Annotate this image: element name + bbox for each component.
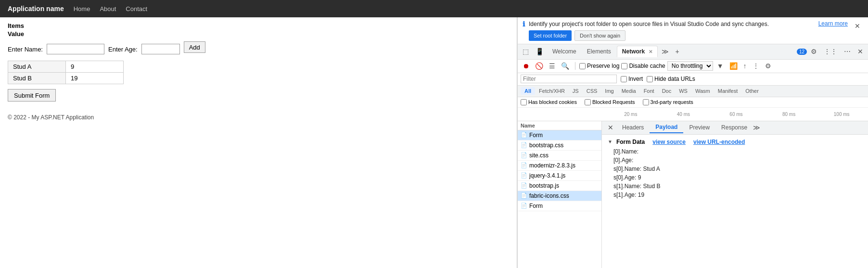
more-toolbar-icon[interactable]: ⋮ xyxy=(751,61,761,71)
error-badge: 12 xyxy=(797,49,807,55)
close-devtools-icon[interactable]: ✕ xyxy=(855,46,866,57)
payload-row: s[1].Name: Stud B xyxy=(608,183,862,190)
view-url-encoded-link[interactable]: view URL-encoded xyxy=(693,139,745,145)
disable-cache-checkbox[interactable] xyxy=(621,63,627,69)
nav-about[interactable]: About xyxy=(100,5,116,13)
network-items-container: 📄Form📄bootstrap.css📄site.css📄modernizr-2… xyxy=(518,130,601,211)
type-filter-other[interactable]: Other xyxy=(741,87,763,95)
devtools-tabs: ⬚ 📱 Welcome Elements Network ✕ ≫ + 12 ⚙ … xyxy=(518,44,868,60)
add-tab-icon[interactable]: + xyxy=(673,46,682,57)
tick-40ms: 40 ms xyxy=(657,112,710,117)
type-filter-ws[interactable]: WS xyxy=(675,87,691,95)
tab-network[interactable]: Network ✕ xyxy=(617,46,658,57)
payload-more-tabs[interactable]: ≫ xyxy=(753,124,760,131)
value-header: Value xyxy=(8,30,509,38)
disable-cache-checkbox-label: Disable cache xyxy=(621,63,665,69)
payload-rows: [0].Name: [0].Age: s[0].Name: Stud As[0]… xyxy=(608,148,862,198)
devtools-panel: ℹ Identify your project's root folder to… xyxy=(517,17,868,268)
type-filter-css[interactable]: CSS xyxy=(583,87,601,95)
page-footer: © 2022 - My ASP.NET Application xyxy=(8,114,509,121)
blocked-requests-label: Blocked Requests xyxy=(585,99,635,105)
type-filter-font[interactable]: Font xyxy=(640,87,658,95)
payload-panel: ✕ Headers Payload Preview Response ≫ ▼ F… xyxy=(602,121,868,268)
record-icon[interactable]: ⏺ xyxy=(521,61,531,71)
table-row: Stud A9 xyxy=(8,61,124,73)
banner-close-button[interactable]: ✕ xyxy=(852,20,863,32)
tick-100ms: 100 ms xyxy=(815,112,868,117)
payload-row: [0].Age: xyxy=(608,157,862,164)
file-icon: 📄 xyxy=(521,142,527,148)
search-icon[interactable]: 🔍 xyxy=(559,61,571,71)
settings-icon[interactable]: ⚙ xyxy=(808,46,820,57)
device-icon[interactable]: 📱 xyxy=(533,46,547,57)
hide-data-urls-checkbox[interactable] xyxy=(647,76,653,82)
tick-60ms: 60 ms xyxy=(710,112,763,117)
devtools-type-filter: All Fetch/XHR JS CSS Img Media Font Doc … xyxy=(518,86,868,97)
type-filter-img[interactable]: Img xyxy=(601,87,617,95)
invert-checkbox[interactable] xyxy=(621,76,627,82)
dont-show-again-button[interactable]: Don't show again xyxy=(574,30,625,41)
age-input[interactable] xyxy=(141,44,180,54)
type-filter-all[interactable]: All xyxy=(521,87,535,95)
set-root-folder-button[interactable]: Set root folder xyxy=(529,30,572,41)
network-list-item[interactable]: 📄site.css xyxy=(518,151,601,161)
response-tab[interactable]: Response xyxy=(715,122,753,133)
more-options-icon[interactable]: ⋯ xyxy=(841,46,854,57)
payload-row: s[0].Age: 9 xyxy=(608,174,862,181)
tab-welcome[interactable]: Welcome xyxy=(548,46,581,57)
clear-icon[interactable]: 🚫 xyxy=(533,61,545,71)
blocked-requests-checkbox[interactable] xyxy=(585,99,591,105)
has-blocked-cookies-label: Has blocked cookies xyxy=(521,99,577,105)
network-list-item[interactable]: 📄Form xyxy=(518,201,601,211)
type-filter-js[interactable]: JS xyxy=(569,87,583,95)
third-party-checkbox[interactable] xyxy=(643,99,649,105)
banner-text: Identify your project's root folder to o… xyxy=(529,20,815,28)
page-content: Items Value Enter Name: Enter Age: Add S… xyxy=(0,17,517,268)
filter-icon[interactable]: ☰ xyxy=(547,61,557,71)
tab-elements[interactable]: Elements xyxy=(582,46,616,57)
payload-tab[interactable]: Payload xyxy=(650,122,683,133)
headers-tab[interactable]: Headers xyxy=(616,122,650,133)
has-blocked-cookies-checkbox[interactable] xyxy=(521,99,527,105)
filter-input[interactable] xyxy=(521,75,617,83)
learn-more-link[interactable]: Learn more xyxy=(818,20,848,27)
payload-content: ▼ Form Data view source view URL-encoded… xyxy=(602,135,868,268)
throttling-select[interactable]: No throttling xyxy=(667,61,713,71)
payload-row: [0].Name: xyxy=(608,148,862,155)
form-data-title: Form Data xyxy=(616,139,645,145)
network-list-item[interactable]: 📄jquery-3.4.1.js xyxy=(518,171,601,181)
items-header: Items xyxy=(8,22,509,29)
network-conditions-icon[interactable]: 📶 xyxy=(728,61,740,71)
network-list-item[interactable]: 📄fabric-icons.css xyxy=(518,191,601,201)
submit-form-button[interactable]: Submit Form xyxy=(8,89,56,102)
type-filter-wasm[interactable]: Wasm xyxy=(691,87,714,95)
file-icon: 📄 xyxy=(521,203,527,209)
file-icon: 📄 xyxy=(521,132,527,138)
toolbar-settings-icon[interactable]: ⚙ xyxy=(763,61,773,71)
network-list-item[interactable]: 📄bootstrap.css xyxy=(518,140,601,151)
type-filter-fetch[interactable]: Fetch/XHR xyxy=(535,87,569,95)
hide-data-urls-checkbox-label: Hide data URLs xyxy=(647,76,695,82)
type-filter-manifest[interactable]: Manifest xyxy=(714,87,742,95)
preview-tab[interactable]: Preview xyxy=(683,122,715,133)
devtools-toolbar: ⏺ 🚫 ☰ 🔍 Preserve log Disable cache No th… xyxy=(518,60,868,73)
app-name: Application name xyxy=(8,5,64,13)
network-tab-close[interactable]: ✕ xyxy=(649,49,652,54)
import-icon[interactable]: ↑ xyxy=(741,61,749,71)
name-input[interactable] xyxy=(47,44,104,54)
preserve-log-checkbox[interactable] xyxy=(579,63,586,69)
view-source-link[interactable]: view source xyxy=(652,139,686,145)
type-filter-media[interactable]: Media xyxy=(618,87,640,95)
network-list-item[interactable]: 📄modernizr-2.8.3.js xyxy=(518,161,601,171)
network-list-item[interactable]: 📄Form xyxy=(518,130,601,140)
nav-contact[interactable]: Contact xyxy=(126,5,147,13)
network-list-item[interactable]: 📄bootstrap.js xyxy=(518,181,601,191)
customize-icon[interactable]: ⋮⋮ xyxy=(821,46,840,57)
add-button[interactable]: Add xyxy=(184,41,205,53)
throttling-down-icon[interactable]: ▼ xyxy=(715,61,726,71)
nav-home[interactable]: Home xyxy=(74,5,90,13)
payload-close-button[interactable]: ✕ xyxy=(605,123,616,132)
more-tabs-icon[interactable]: ≫ xyxy=(659,46,672,57)
inspect-icon[interactable]: ⬚ xyxy=(520,46,532,57)
type-filter-doc[interactable]: Doc xyxy=(658,87,676,95)
